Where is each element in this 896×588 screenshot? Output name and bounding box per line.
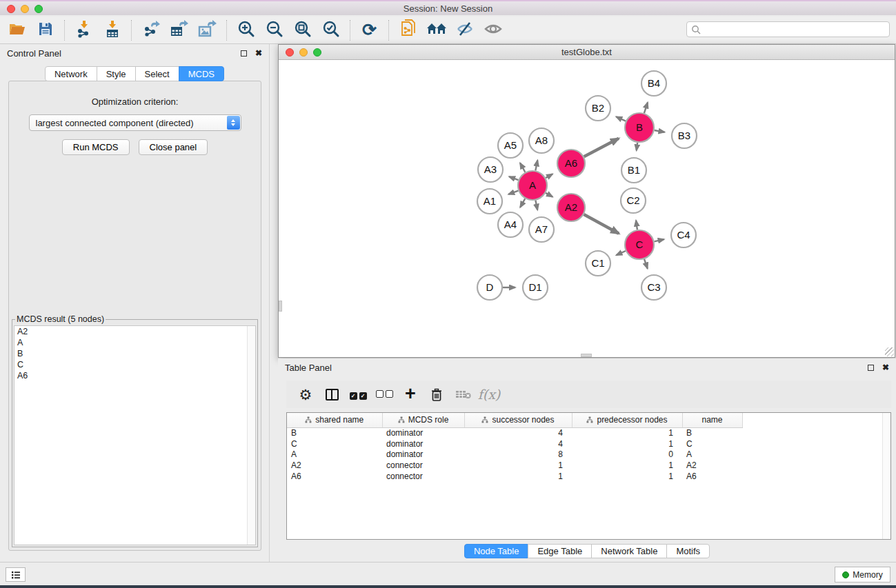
node-A1[interactable]: A1 — [477, 189, 502, 214]
edge-A-A5[interactable] — [520, 163, 525, 172]
tab-motifs[interactable]: Motifs — [666, 544, 710, 558]
tab-mcds[interactable]: MCDS — [179, 66, 224, 81]
task-history-button[interactable] — [6, 567, 26, 582]
tab-network-table[interactable]: Network Table — [591, 544, 667, 558]
edge-A-A2[interactable] — [546, 193, 552, 197]
hide-selected-button[interactable] — [450, 18, 479, 43]
node-C1[interactable]: C1 — [586, 251, 610, 276]
unselect-all-columns-button[interactable] — [371, 383, 397, 406]
function-builder-button[interactable]: f(x) — [476, 383, 502, 406]
show-columns-button[interactable] — [319, 383, 345, 406]
node-A7[interactable]: A7 — [529, 217, 554, 242]
node-D1[interactable]: D1 — [523, 275, 548, 300]
edge-C-C3[interactable] — [644, 259, 648, 269]
tab-edge-table[interactable]: Edge Table — [528, 544, 592, 558]
network-from-selection-button[interactable] — [394, 18, 422, 43]
result-item[interactable]: A6 — [14, 370, 255, 381]
table-row[interactable]: Bdominator41B — [287, 427, 742, 438]
edge-A2-C[interactable] — [584, 214, 619, 234]
edge-B-B1[interactable] — [637, 143, 637, 150]
run-mcds-button[interactable]: Run MCDS — [62, 139, 130, 155]
node-A3[interactable]: A3 — [478, 157, 503, 182]
node-A5[interactable]: A5 — [498, 133, 523, 158]
table-row[interactable]: A6connector11A6 — [287, 471, 742, 482]
open-session-button[interactable] — [3, 18, 31, 43]
node-D[interactable]: D — [477, 275, 502, 300]
minimize-network-button[interactable] — [299, 48, 308, 57]
zoom-out-button[interactable] — [260, 18, 288, 43]
edge-A-A8[interactable] — [535, 160, 537, 170]
edge-A-A4[interactable] — [520, 199, 525, 207]
result-item[interactable]: B — [14, 348, 255, 359]
edge-A6-B[interactable] — [584, 139, 619, 156]
table-row[interactable]: Cdominator41C — [287, 438, 742, 449]
column-header-name[interactable]: name — [682, 413, 742, 427]
node-C2[interactable]: C2 — [621, 188, 646, 213]
network-vertical-scrollbar[interactable] — [279, 301, 282, 312]
node-A6[interactable]: A6 — [557, 150, 585, 177]
node-B1[interactable]: B1 — [621, 158, 646, 183]
show-all-button[interactable] — [479, 18, 507, 43]
network-horizontal-scrollbar[interactable] — [581, 354, 592, 357]
close-panel-icon[interactable]: ✖ — [255, 48, 262, 58]
network-canvas[interactable]: B4B2BB3B1A5A8A6A3AA1C2A2A4A7CC4C1C3DD1 — [279, 60, 895, 357]
delete-column-button[interactable] — [424, 383, 450, 406]
window-resize-grip[interactable] — [885, 347, 894, 356]
create-column-button[interactable]: + — [397, 383, 424, 406]
tab-network[interactable]: Network — [45, 66, 97, 81]
column-header-predecessor-nodes[interactable]: predecessor nodes — [572, 413, 682, 427]
network-window-titlebar[interactable]: testGlobe.txt — [279, 45, 895, 60]
edge-C-C2[interactable] — [636, 221, 637, 230]
column-header-successor-nodes[interactable]: successor nodes — [464, 413, 572, 427]
node-C4[interactable]: C4 — [671, 223, 696, 247]
column-header-mcds-role[interactable]: MCDS role — [382, 413, 464, 427]
export-network-button[interactable] — [137, 18, 165, 43]
toolbar-search[interactable] — [686, 21, 890, 37]
node-A4[interactable]: A4 — [498, 212, 523, 237]
edge-A-A6[interactable] — [546, 174, 552, 178]
node-C[interactable]: C — [625, 230, 654, 259]
zoom-fit-button[interactable] — [288, 18, 317, 43]
import-network-button[interactable] — [70, 18, 98, 43]
node-A8[interactable]: A8 — [529, 128, 554, 153]
tab-select[interactable]: Select — [135, 66, 179, 81]
search-input[interactable] — [701, 24, 885, 35]
node-B3[interactable]: B3 — [672, 123, 697, 148]
node-C3[interactable]: C3 — [641, 275, 666, 300]
edge-A-A1[interactable] — [508, 191, 518, 194]
float-panel-icon[interactable] — [241, 50, 247, 57]
node-B[interactable]: B — [625, 113, 654, 142]
close-panel-button[interactable]: Close panel — [139, 139, 208, 155]
node-table[interactable]: shared nameMCDS rolesuccessor nodesprede… — [287, 413, 743, 482]
tab-style[interactable]: Style — [97, 66, 136, 81]
delete-table-button[interactable] — [450, 383, 476, 406]
edge-B-B3[interactable] — [655, 130, 665, 132]
table-scrollbar[interactable] — [882, 413, 890, 539]
zoom-network-button[interactable] — [313, 48, 321, 57]
float-table-panel-icon[interactable] — [868, 365, 874, 371]
node-B4[interactable]: B4 — [641, 71, 666, 96]
select-all-columns-button[interactable]: ✓✓ — [345, 383, 371, 406]
table-row[interactable]: A2connector11A2 — [287, 460, 742, 471]
edge-A-A3[interactable] — [509, 176, 518, 180]
result-list-scrollbar[interactable] — [247, 326, 255, 545]
export-image-button[interactable] — [193, 18, 221, 43]
mcds-result-list[interactable]: A2ABCA6 — [14, 325, 256, 545]
close-table-panel-icon[interactable]: ✖ — [882, 363, 889, 372]
table-row[interactable]: Adominator80A — [287, 449, 742, 460]
tab-node-table[interactable]: Node Table — [464, 544, 529, 558]
memory-button[interactable]: Memory — [835, 567, 890, 582]
save-session-button[interactable] — [31, 18, 59, 43]
edge-B-B2[interactable] — [616, 116, 626, 121]
apply-layout-button[interactable]: ⟳ — [355, 18, 384, 43]
result-item[interactable]: A2 — [14, 326, 255, 337]
edge-A-A7[interactable] — [535, 201, 537, 210]
edge-B-B4[interactable] — [644, 103, 648, 114]
zoom-window-button[interactable] — [34, 5, 43, 13]
node-B2[interactable]: B2 — [586, 96, 610, 121]
table-options-button[interactable]: ⚙ — [292, 383, 319, 406]
node-A2[interactable]: A2 — [557, 194, 585, 221]
result-item[interactable]: C — [14, 359, 255, 370]
close-window-button[interactable] — [7, 5, 15, 13]
edge-C-C4[interactable] — [654, 239, 664, 241]
